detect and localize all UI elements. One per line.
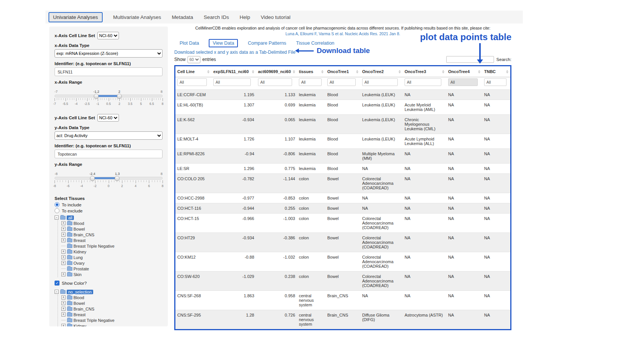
nav-tab-univariate-analyses[interactable]: Univariate Analyses (48, 12, 103, 22)
tab-compare-patterns[interactable]: Compare Patterns (248, 41, 286, 46)
sort-icon[interactable] (293, 70, 295, 73)
table-row[interactable]: LE:CCRF-CEM1.1951.133leukemiaBloodLeukem… (175, 90, 510, 100)
slider-range-bar[interactable] (96, 95, 119, 97)
show-color-checkbox[interactable] (55, 281, 59, 286)
tree-item-ovary[interactable]: +Ovary (61, 260, 163, 266)
column-header-tnbc[interactable]: TNBC (482, 66, 510, 77)
expand-icon[interactable]: + (61, 295, 66, 300)
tissue-radio-to-exclude[interactable]: To exclude (55, 208, 163, 213)
column-filter-oncotree2[interactable] (362, 78, 398, 86)
sort-icon[interactable] (207, 70, 209, 73)
table-row[interactable]: LE:SR1.2960.775leukemiaBloodNANANANA (175, 164, 510, 174)
column-header-tissues[interactable]: tissues (297, 66, 325, 77)
column-header-expslfn11-nci60[interactable]: expSLFN11_nci60 (211, 66, 256, 77)
expand-icon[interactable]: + (61, 307, 66, 311)
nav-tab-search-ids[interactable]: Search IDs (204, 14, 229, 20)
column-header-act609699-nci60[interactable]: act609699_nci60 (256, 66, 297, 77)
table-row[interactable]: CO:HCT-116-0.9440.255colonBowelNANANANA (175, 203, 510, 214)
table-row[interactable]: LE:HL-60(TB)1.3070.699leukemiaBloodLeuke… (175, 100, 510, 115)
expand-icon[interactable]: + (61, 255, 66, 259)
expand-icon[interactable]: + (61, 312, 66, 317)
column-header-oncotree1[interactable]: OncoTree1 (325, 66, 360, 77)
tree-item-kidney[interactable]: +Kidney (61, 249, 163, 254)
sort-icon[interactable] (442, 70, 444, 73)
table-row[interactable]: LE:RPMI-8226-0.94-0.806leukemiaBloodMult… (175, 149, 510, 164)
table-row[interactable]: CO:SW-620-1.0290.238colonBowelColorectal… (175, 272, 510, 291)
column-filter-expslfn11-nci60[interactable] (213, 78, 251, 86)
sort-icon[interactable] (252, 70, 254, 73)
nav-tab-multivariate-analyses[interactable]: Multivariate Analyses (113, 14, 161, 20)
nav-tab-video-tutorial[interactable]: Video tutorial (261, 14, 291, 20)
table-row[interactable]: LE:K-562-0.9340.065leukemiaBloodLeukemia… (175, 115, 510, 134)
tab-plot-data[interactable]: Plot Data (180, 41, 199, 46)
entries-select[interactable]: 60 (188, 56, 200, 63)
nav-tab-metadata[interactable]: Metadata (172, 14, 193, 20)
x-cell-line-set-select[interactable]: NCI-60 (97, 32, 119, 39)
collapse-icon[interactable]: - (55, 215, 59, 220)
column-header-oncotree4[interactable]: OncoTree4 (446, 66, 482, 77)
tree-root-all[interactable]: -all (55, 215, 163, 220)
tree-item-breast-triple-negative[interactable]: Breast Triple Negative (61, 243, 163, 249)
tree-root-no-selection[interactable]: -no_selection (55, 289, 163, 295)
sort-icon[interactable] (506, 70, 508, 73)
expand-icon[interactable]: + (61, 221, 66, 225)
expand-icon[interactable]: + (61, 272, 66, 276)
x-axis-range-slider[interactable]: -7-1.228-7-5.5-4-2.5-10.523.556.58 (55, 90, 163, 106)
tree-item-brain-cns[interactable]: +Brain_CNS (61, 232, 163, 237)
tree-item-brain-cns[interactable]: +Brain_CNS (61, 306, 163, 312)
table-row[interactable]: CO:HT29-0.934-0.386colonBowelColorectal … (175, 233, 510, 252)
table-row[interactable]: LE:MOLT-41.7261.107leukemiaBloodLeukemia… (175, 134, 510, 149)
collapse-icon[interactable]: - (55, 290, 59, 294)
sort-icon[interactable] (356, 70, 358, 73)
expand-icon[interactable]: + (61, 261, 66, 265)
sort-icon[interactable] (399, 70, 401, 73)
tree-item-kidney[interactable]: +Kidney (61, 323, 163, 326)
sort-icon[interactable] (321, 70, 324, 73)
x-identifier-input[interactable] (55, 67, 163, 76)
tree-item-prostate[interactable]: Prostate (61, 266, 163, 272)
column-filter-oncotree1[interactable] (327, 78, 356, 86)
citation-link[interactable]: Luna A, Elloumi F, Varma S et al. Nuclei… (285, 31, 400, 36)
x-data-type-select[interactable]: exp: mRNA Expression (Z-Score) (55, 49, 163, 58)
tab-view-data[interactable]: View Data (209, 39, 238, 47)
table-row[interactable]: CO:HCC-2998-0.977-0.853colonBowelNANANAN… (175, 193, 510, 203)
tissue-radio-to-include[interactable]: To include (55, 202, 163, 207)
expand-icon[interactable]: + (61, 301, 66, 305)
sort-icon[interactable] (478, 70, 480, 73)
tree-item-breast[interactable]: +Breast (61, 237, 163, 243)
column-header-oncotree2[interactable]: OncoTree2 (360, 66, 403, 77)
column-header-cell-line[interactable]: Cell Line (175, 66, 211, 77)
slider-track[interactable] (55, 177, 163, 179)
radio-icon[interactable] (55, 208, 59, 213)
y-axis-range-slider[interactable]: -8-2.41.38-8-6-4-202468 (55, 172, 163, 188)
table-row[interactable]: CO:COLO 205-0.782-1.144colonBowelColorec… (175, 174, 510, 193)
column-filter-oncotree4[interactable] (448, 78, 478, 86)
slider-track[interactable] (55, 95, 163, 97)
column-filter-oncotree3[interactable] (405, 78, 441, 86)
column-filter-tissues[interactable] (299, 78, 322, 86)
table-row[interactable]: CO:KM12-0.88-1.032colonBowelColorectal A… (175, 252, 510, 272)
tree-item-blood[interactable]: +Blood (61, 295, 163, 300)
tree-item-skin[interactable]: +Skin (61, 272, 163, 277)
table-row[interactable]: CNS:SF-2951.280.726central nervous syste… (175, 310, 510, 329)
tree-item-breast-triple-negative[interactable]: Breast Triple Negative (61, 317, 163, 323)
expand-icon[interactable]: + (61, 238, 66, 242)
tree-item-bowel[interactable]: +Bowel (61, 300, 163, 306)
y-cell-line-set-select[interactable]: NCI-60 (97, 114, 119, 122)
slider-range-bar[interactable] (92, 177, 117, 179)
nav-tab-help[interactable]: Help (239, 14, 250, 20)
column-filter-cell-line[interactable] (177, 78, 207, 86)
radio-icon[interactable] (55, 202, 59, 207)
tree-item-lung[interactable]: +Lung (61, 254, 163, 260)
show-color-row[interactable]: Show Color? (55, 281, 163, 286)
tree-root-label[interactable]: no_selection (67, 290, 93, 294)
tree-root-label[interactable]: all (67, 215, 74, 220)
tab-tissue-correlation[interactable]: Tissue Correlation (296, 41, 335, 46)
tree-item-bowel[interactable]: +Bowel (61, 226, 163, 232)
expand-icon[interactable]: + (61, 324, 66, 326)
table-row[interactable]: CNS:SF-2681.8630.958central nervous syst… (175, 291, 510, 310)
table-row[interactable]: CO:HCT-15-0.966-1.003colonBowelColorecta… (175, 214, 510, 233)
y-data-type-select[interactable]: act: Drug Activity (55, 131, 163, 140)
expand-icon[interactable]: + (61, 227, 66, 231)
y-identifier-input[interactable] (55, 150, 163, 158)
